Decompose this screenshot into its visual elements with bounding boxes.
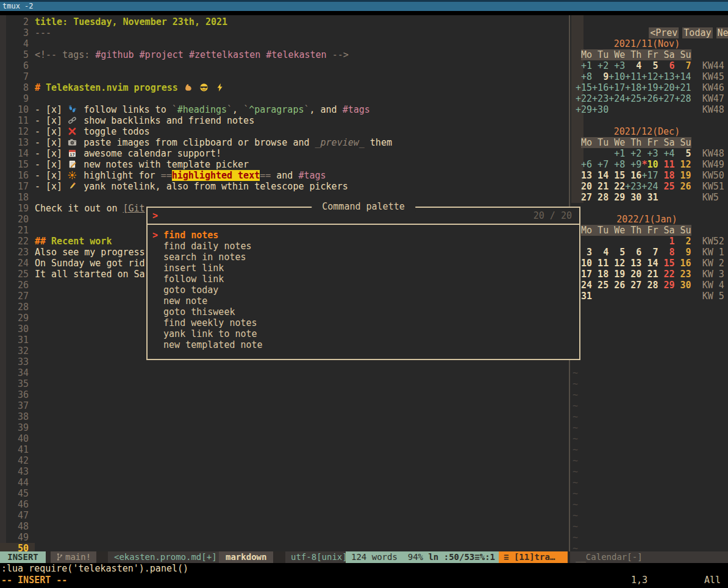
line-number: 32	[6, 345, 29, 356]
cursor-position: 1,3	[631, 575, 648, 586]
scroll-position: All	[704, 575, 721, 586]
palette-item-goto-today[interactable]: goto today	[152, 285, 263, 296]
statusline-encoding: utf-8[unix]	[285, 551, 353, 563]
biceps-icon	[184, 83, 194, 92]
result-counter: 20 / 20	[534, 210, 572, 221]
calendar-month-title: 2022/1(Jan)	[576, 214, 718, 225]
calendar-weekday-header: Mo Tu We Th Fr Sa Su	[576, 49, 691, 60]
calendar-week-row[interactable]: +1 +2 +3 +4 5 KW48	[576, 148, 724, 159]
tmux-titlebar: tmux -2	[0, 0, 728, 11]
insert-mode-indicator: -- INSERT --	[1, 575, 67, 586]
line-number: 25	[6, 269, 29, 280]
line-number: 48	[6, 521, 29, 532]
calendar-month-title: 2021/12(Dec)	[576, 126, 718, 137]
line-number: 44	[6, 477, 29, 488]
calendar-week-row[interactable]: 17 18 19 20 21 22 23 KW 3	[576, 269, 724, 280]
calendar-next-button[interactable]: Next>	[716, 27, 728, 38]
statusline: INSERT main! <ekasten.promo.md[+] markdo…	[0, 551, 728, 563]
line-number: 36	[6, 389, 29, 400]
line-number: 17	[6, 181, 29, 192]
line-number: 13	[6, 137, 29, 148]
palette-item-find-notes[interactable]: > find notes	[152, 230, 263, 241]
palette-item-find-daily-notes[interactable]: find daily notes	[152, 241, 263, 252]
footprints-icon	[68, 105, 78, 114]
calendar-today-button[interactable]: Today	[682, 27, 712, 38]
line-number: 37	[6, 400, 29, 411]
terminal-screen: 2title: Tuesday, November 23th, 20213---…	[0, 15, 728, 551]
line-number: 46	[6, 499, 29, 510]
line-number: 27	[6, 291, 29, 302]
palette-item-follow-link[interactable]: follow link	[152, 274, 263, 285]
calendar-week-number: KW49	[702, 159, 724, 170]
palette-item-find-weekly-notes[interactable]: find weekly notes	[152, 317, 263, 328]
calendar-icon: 17	[68, 149, 78, 158]
palette-item-search-in-notes[interactable]: search in notes	[152, 252, 263, 263]
calendar-week-row[interactable]: 10 11 12 13 14 15 16 KW 2	[576, 258, 724, 269]
palette-item-goto-thisweek[interactable]: goto thisweek	[152, 306, 263, 317]
line-number: 8	[6, 82, 29, 93]
empty-line-tilde: ~	[573, 367, 578, 378]
line-number: 19	[6, 203, 29, 214]
calendar-week-row[interactable]: 20 21 22+23+24 25 26 KW51	[576, 181, 724, 192]
empty-line-tilde: ~	[573, 455, 578, 466]
line-number: 7	[6, 71, 29, 82]
calendar-week-number: KW50	[702, 170, 724, 181]
statusline-mode: INSERT	[0, 551, 46, 563]
command-line[interactable]: :lua require('telekasten').panel()	[1, 563, 188, 575]
line-number: 23	[6, 247, 29, 258]
line-number: 11	[6, 115, 29, 126]
calendar-week-row[interactable]: +22+23+24+25+26+27+28 KW47	[576, 93, 724, 104]
palette-item-new-templated-note[interactable]: new templated note	[152, 339, 263, 350]
calendar-prev-button[interactable]: <Prev	[649, 27, 679, 38]
calendar-week-number: KW51	[702, 181, 724, 192]
line-number: 20	[6, 214, 29, 225]
line-number: 39	[6, 422, 29, 433]
pencil-icon	[68, 182, 78, 191]
calendar-week-number: KW 4	[702, 280, 724, 291]
cross-icon	[68, 127, 78, 136]
line-number: 3	[6, 27, 29, 38]
line-number: 22	[6, 236, 29, 247]
empty-line-tilde: ~	[573, 488, 578, 499]
line-number: 14	[6, 148, 29, 159]
calendar-week-number: KW52	[702, 236, 724, 247]
calendar-week-number: KW48	[702, 104, 724, 115]
empty-line-tilde: ~	[573, 444, 578, 455]
line-number: 49	[6, 532, 29, 543]
calendar-week-row[interactable]: 13 14 15 16+17 18 19 KW50	[576, 170, 724, 181]
calendar-week-row[interactable]: 27 28 29 30 31 KW5	[576, 192, 719, 203]
calendar-week-row[interactable]: 24 25 26 27 28 29 30 KW 4	[576, 280, 724, 291]
line-number: 2	[6, 16, 29, 27]
palette-item-insert-link[interactable]: insert link	[152, 263, 263, 274]
empty-line-tilde: ~	[573, 532, 578, 543]
fold-column	[0, 15, 6, 551]
empty-line-tilde: ~	[573, 477, 578, 488]
line-number: 29	[6, 313, 29, 324]
line-number: 15	[6, 159, 29, 170]
line-number: 4	[6, 38, 29, 49]
calendar-week-row[interactable]: +8 9+10+11+12+13+14 KW45	[576, 71, 724, 82]
calendar-week-row[interactable]: 3 4 5 6 7 8 9 KW 1	[576, 247, 724, 258]
calendar-week-number: KW48	[702, 148, 724, 159]
calendar-week-number: KW 5	[702, 291, 724, 302]
calendar-week-row[interactable]: +1 +2 +3 4 5 6 7 KW44	[576, 60, 724, 71]
svg-text:17: 17	[70, 152, 74, 157]
palette-item-new-note[interactable]: new note	[152, 296, 263, 306]
line-number: 18	[6, 192, 29, 203]
cool-face-icon	[199, 83, 210, 92]
selection-caret-icon: >	[152, 230, 163, 241]
calendar-week-row[interactable]: 1 2 KW52	[576, 236, 724, 247]
line-number: 26	[6, 280, 29, 291]
calendar-week-row[interactable]: 31 KW 5	[576, 291, 724, 302]
calendar-week-row[interactable]: +29+30 KW48	[576, 104, 724, 115]
empty-line-tilde: ~	[573, 466, 578, 477]
palette-results: > find notes find daily notes search in …	[152, 230, 263, 350]
line-number: 47	[6, 510, 29, 521]
calendar-week-row[interactable]: +6 +7 +8 +9*10 11 12 KW49	[576, 159, 724, 170]
calendar-week-number: KW 1	[702, 247, 724, 258]
calendar-week-row[interactable]: +15+16+17+18+19+20+21 KW46	[576, 82, 724, 93]
calendar-nav: <PrevTodayNext>	[616, 16, 728, 27]
line-number: 42	[6, 455, 29, 466]
palette-item-yank-link-to-note[interactable]: yank link to note	[152, 328, 263, 339]
palette-prompt[interactable]: > 20 / 20	[148, 208, 579, 225]
